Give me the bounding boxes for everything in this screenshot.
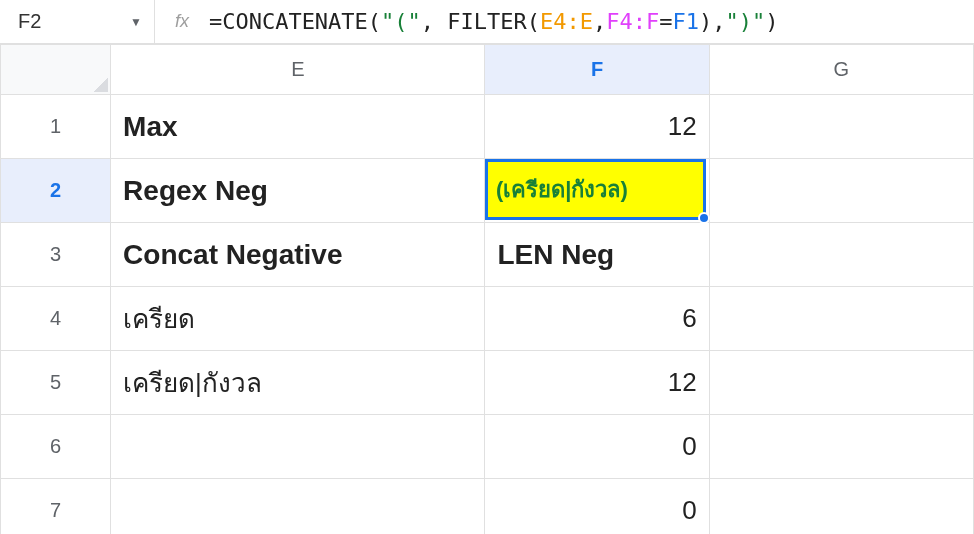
row-header-4[interactable]: 4 (1, 287, 111, 351)
column-header-E[interactable]: E (111, 45, 485, 95)
cell-G1[interactable] (709, 95, 973, 159)
cell-F3[interactable]: LEN Neg (485, 223, 709, 287)
cell-F5[interactable]: 12 (485, 351, 709, 415)
column-header-G[interactable]: G (709, 45, 973, 95)
cell-E5[interactable]: เครียด|กังวล (111, 351, 485, 415)
cell-F6[interactable]: 0 (485, 415, 709, 479)
formula-input[interactable]: =CONCATENATE("(", FILTER(E4:E,F4:F=F1),"… (209, 9, 966, 34)
cell-E7[interactable] (111, 479, 485, 535)
formula-bar: F2 ▼ fx =CONCATENATE("(", FILTER(E4:E,F4… (0, 0, 974, 44)
row-header-7[interactable]: 7 (1, 479, 111, 535)
cell-E6[interactable] (111, 415, 485, 479)
cell-G4[interactable] (709, 287, 973, 351)
cell-G7[interactable] (709, 479, 973, 535)
select-all-corner[interactable] (1, 45, 111, 95)
cell-F1[interactable]: 12 (485, 95, 709, 159)
fx-icon: fx (167, 11, 197, 32)
cell-F2[interactable] (485, 159, 709, 223)
name-box[interactable]: F2 (8, 10, 118, 33)
cell-G2[interactable] (709, 159, 973, 223)
row-header-1[interactable]: 1 (1, 95, 111, 159)
cell-F4[interactable]: 6 (485, 287, 709, 351)
row-header-2[interactable]: 2 (1, 159, 111, 223)
row-header-3[interactable]: 3 (1, 223, 111, 287)
spreadsheet-grid: E F G 1Max122Regex Neg3Concat NegativeLE… (0, 44, 974, 534)
name-box-dropdown-icon[interactable]: ▼ (130, 0, 155, 43)
cell-E2[interactable]: Regex Neg (111, 159, 485, 223)
cell-E4[interactable]: เครียด (111, 287, 485, 351)
cell-E3[interactable]: Concat Negative (111, 223, 485, 287)
cell-E1[interactable]: Max (111, 95, 485, 159)
cell-G6[interactable] (709, 415, 973, 479)
column-header-F[interactable]: F (485, 45, 709, 95)
cell-G5[interactable] (709, 351, 973, 415)
row-header-6[interactable]: 6 (1, 415, 111, 479)
cell-F7[interactable]: 0 (485, 479, 709, 535)
row-header-5[interactable]: 5 (1, 351, 111, 415)
cell-G3[interactable] (709, 223, 973, 287)
